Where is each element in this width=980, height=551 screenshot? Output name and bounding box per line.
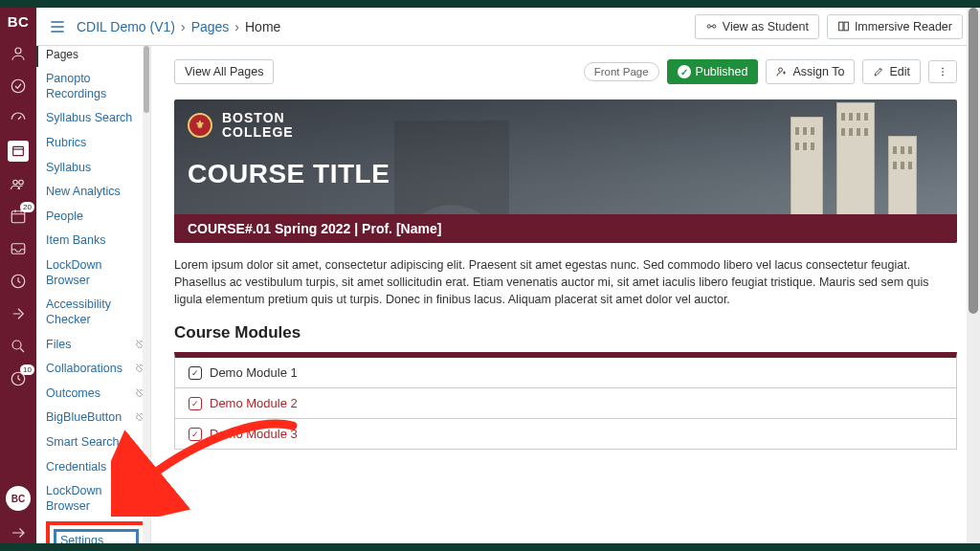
svg-point-1 bbox=[11, 79, 25, 93]
calendar-icon[interactable]: 20 bbox=[8, 206, 29, 227]
groups-icon[interactable] bbox=[8, 173, 29, 194]
history-icon[interactable] bbox=[8, 271, 29, 292]
published-button[interactable]: ✓Published bbox=[667, 59, 759, 84]
crumb-section[interactable]: Pages bbox=[191, 19, 230, 34]
svg-rect-2 bbox=[13, 146, 24, 155]
crumb-course[interactable]: CDIL Demo (V1) bbox=[77, 19, 175, 34]
svg-point-16 bbox=[942, 71, 944, 73]
course-banner: ⚜ BOSTON COLLEGE COURSE TITLE COURSE#.01… bbox=[174, 99, 957, 243]
menu-syllabus-search[interactable]: Syllabus Search bbox=[46, 106, 146, 131]
menu-bigbluebutton[interactable]: BigBlueButton bbox=[46, 406, 146, 430]
menu-new-analytics[interactable]: New Analytics bbox=[46, 180, 146, 205]
module-check-icon: ✓ bbox=[189, 366, 202, 380]
module-row[interactable]: ✓Demo Module 2 bbox=[175, 388, 956, 419]
assign-to-label: Assign To bbox=[792, 65, 844, 78]
menu-people[interactable]: People bbox=[46, 205, 146, 230]
module-row[interactable]: ✓Demo Module 1 bbox=[175, 358, 956, 388]
svg-rect-5 bbox=[11, 211, 25, 223]
bc-shield-icon: ⚜ bbox=[188, 113, 212, 138]
admin-icon[interactable] bbox=[8, 76, 29, 97]
banner-brand: BOSTON COLLEGE bbox=[222, 111, 294, 139]
menu-accessibility-checker[interactable]: Accessibility Checker bbox=[46, 293, 146, 332]
view-as-student-label: View as Student bbox=[723, 20, 809, 33]
bc-circle-icon[interactable]: BC bbox=[6, 486, 31, 511]
commons-icon[interactable] bbox=[8, 303, 29, 324]
immersive-reader-button[interactable]: Immersive Reader bbox=[827, 14, 963, 39]
course-description: Lorem ipsum dolor sit amet, consectetur … bbox=[174, 256, 957, 308]
menu-credentials[interactable]: Credentials bbox=[46, 455, 146, 480]
svg-rect-13 bbox=[844, 22, 848, 31]
modules-heading: Course Modules bbox=[174, 323, 957, 342]
check-icon: ✓ bbox=[678, 65, 691, 78]
modules-box: ✓Demo Module 1 ✓Demo Module 2 ✓Demo Modu… bbox=[174, 352, 957, 450]
svg-point-11 bbox=[712, 25, 715, 28]
inbox-icon[interactable] bbox=[8, 238, 29, 259]
module-row[interactable]: ✓Demo Module 3 bbox=[175, 419, 956, 449]
page-scroll-thumb[interactable] bbox=[969, 8, 978, 314]
svg-rect-12 bbox=[839, 22, 843, 31]
menu-collaborations[interactable]: Collaborations bbox=[46, 357, 146, 382]
crumb-current: Home bbox=[245, 19, 280, 34]
menu-rubrics[interactable]: Rubrics bbox=[46, 131, 146, 156]
top-bar: CDIL Demo (V1) › Pages › Home View as St… bbox=[36, 8, 974, 46]
svg-point-15 bbox=[942, 68, 944, 70]
edit-label: Edit bbox=[889, 65, 910, 78]
calendar-badge: 20 bbox=[20, 202, 34, 212]
search-icon[interactable] bbox=[8, 336, 29, 357]
action-bar: View All Pages Front Page ✓Published Ass… bbox=[174, 59, 957, 84]
svg-point-4 bbox=[19, 180, 24, 185]
course-strip: COURSE#.01 Spring 2022 | Prof. [Name] bbox=[174, 214, 957, 243]
menu-lockdown-browser-2[interactable]: LockDown Browser bbox=[46, 479, 146, 518]
published-label: Published bbox=[696, 65, 748, 78]
global-nav: BC 20 10 BC bbox=[0, 8, 36, 543]
help-badge: 10 bbox=[20, 364, 34, 375]
bc-logo[interactable]: BC bbox=[8, 13, 30, 30]
menu-files[interactable]: Files bbox=[46, 333, 146, 358]
account-icon[interactable] bbox=[8, 43, 29, 64]
menu-syllabus[interactable]: Syllabus bbox=[46, 156, 146, 181]
course-menu-scroll-thumb[interactable] bbox=[144, 46, 149, 113]
svg-point-3 bbox=[13, 180, 18, 185]
settings-highlight: Settings bbox=[46, 521, 146, 544]
svg-point-0 bbox=[15, 48, 21, 54]
menu-smart-search[interactable]: Smart Search bbox=[46, 430, 146, 455]
svg-point-14 bbox=[779, 68, 783, 72]
course-menu: Pages Panopto Recordings Syllabus Search… bbox=[36, 46, 151, 543]
menu-panopto[interactable]: Panopto Recordings bbox=[46, 67, 146, 106]
course-menu-scrollbar[interactable] bbox=[143, 46, 150, 543]
svg-point-10 bbox=[707, 25, 710, 28]
chevron-right-icon: › bbox=[234, 19, 239, 34]
dashboard-icon[interactable] bbox=[8, 108, 29, 129]
help-icon[interactable]: 10 bbox=[8, 368, 29, 389]
front-page-badge: Front Page bbox=[584, 62, 659, 81]
menu-outcomes[interactable]: Outcomes bbox=[46, 382, 146, 407]
courses-icon[interactable] bbox=[8, 141, 29, 162]
course-title: COURSE TITLE bbox=[188, 159, 390, 189]
menu-lockdown-browser[interactable]: LockDown Browser bbox=[46, 253, 146, 293]
edit-button[interactable]: Edit bbox=[862, 59, 921, 84]
hamburger-icon[interactable] bbox=[48, 17, 67, 36]
assign-to-button[interactable]: Assign To bbox=[766, 59, 855, 84]
svg-rect-6 bbox=[11, 244, 25, 254]
svg-point-8 bbox=[12, 341, 21, 349]
main-content: View All Pages Front Page ✓Published Ass… bbox=[151, 46, 974, 543]
immersive-reader-label: Immersive Reader bbox=[855, 20, 952, 33]
module-check-icon: ✓ bbox=[189, 397, 202, 410]
chevron-right-icon: › bbox=[181, 19, 186, 34]
breadcrumb: CDIL Demo (V1) › Pages › Home bbox=[77, 19, 280, 34]
svg-point-17 bbox=[942, 75, 944, 77]
menu-item-banks[interactable]: Item Banks bbox=[46, 229, 146, 253]
more-options-button[interactable] bbox=[928, 60, 957, 83]
module-check-icon: ✓ bbox=[189, 428, 202, 441]
tower-image bbox=[781, 107, 944, 231]
page-scrollbar[interactable] bbox=[967, 8, 980, 543]
menu-settings[interactable]: Settings bbox=[54, 529, 139, 544]
collapse-icon[interactable] bbox=[8, 522, 29, 543]
view-as-student-button[interactable]: View as Student bbox=[695, 14, 819, 39]
menu-header-pages[interactable]: Pages bbox=[36, 46, 146, 67]
view-all-pages-button[interactable]: View All Pages bbox=[174, 59, 274, 84]
